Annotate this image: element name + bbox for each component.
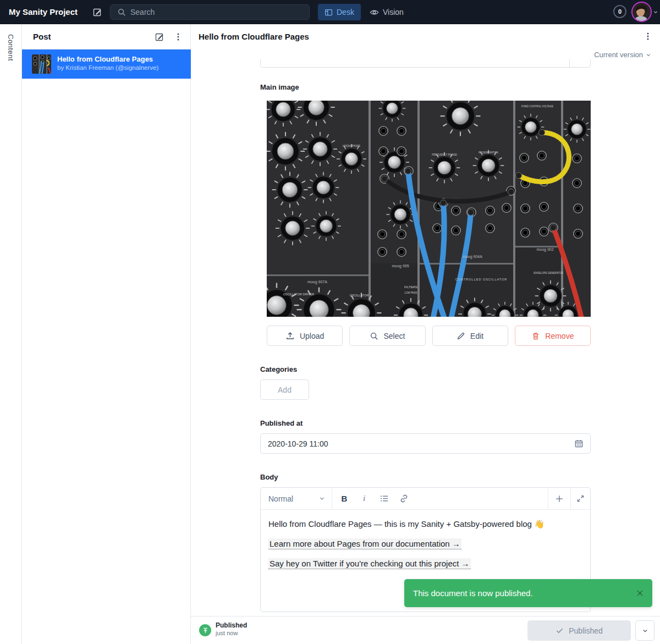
tab-vision-label: Vision: [383, 8, 404, 16]
svg-text:moog 995: moog 995: [392, 264, 409, 268]
sanity-studio: My Sanity Project Desk: [0, 0, 660, 644]
link-button[interactable]: [395, 490, 413, 508]
expand-icon: [576, 494, 585, 503]
publish-status-label: Published: [216, 621, 247, 629]
svg-text:REGENERATION: REGENERATION: [479, 151, 498, 154]
publish-button[interactable]: Published: [527, 620, 631, 641]
body-paragraph: Hello from Cloudflare Pages — this is my…: [268, 518, 582, 530]
trash-icon: [531, 332, 540, 340]
body-label: Body: [260, 473, 278, 481]
search-input[interactable]: [130, 8, 290, 16]
check-icon: [556, 626, 564, 635]
body-text-area[interactable]: Hello from Cloudflare Pages — this is my…: [261, 510, 590, 586]
search-icon: [370, 332, 378, 340]
chevron-down-icon: [642, 628, 648, 634]
bullet-list-icon: [380, 494, 389, 503]
post-list-item[interactable]: Hello from Cloudflare Pages by Kristian …: [22, 49, 191, 79]
global-search: [110, 4, 310, 20]
publish-menu-button[interactable]: [635, 620, 654, 641]
upload-icon: [285, 331, 295, 340]
main-image[interactable]: HIGH PASS moog 907A moog 995 moog 904A m…: [267, 101, 591, 317]
panel-menu-button[interactable]: [170, 29, 186, 45]
pencil-icon: [457, 332, 465, 340]
new-document-button[interactable]: [90, 4, 105, 20]
bullet-list-button[interactable]: [375, 490, 393, 508]
publish-button-label: Published: [569, 626, 603, 635]
post-list-panel: Post: [22, 24, 191, 644]
svg-text:moog 904A: moog 904A: [463, 255, 482, 259]
post-list-header: Post: [22, 24, 190, 49]
tab-vision[interactable]: Vision: [364, 4, 409, 20]
remove-label: Remove: [545, 332, 574, 340]
insert-button[interactable]: [548, 488, 570, 509]
chevron-down-icon: [319, 496, 325, 502]
published-at-input[interactable]: [268, 439, 574, 448]
edit-button[interactable]: Edit: [432, 326, 508, 346]
add-category-button[interactable]: Add: [260, 379, 309, 400]
svg-text:OSCILLATOR DRIVER: OSCILLATOR DRIVER: [283, 293, 315, 296]
calendar-icon[interactable]: [574, 439, 584, 448]
document-footer: Published just now Published: [191, 616, 660, 644]
chevron-down-icon[interactable]: [653, 9, 658, 15]
compose-icon: [92, 7, 102, 17]
svg-text:CONTROLLED OSCILLATOR: CONTROLLED OSCILLATOR: [455, 278, 507, 281]
main-image-label: Main image: [260, 83, 299, 91]
svg-text:moog 902: moog 902: [536, 247, 553, 252]
svg-text:FIXED CONTROL VOLTAGE: FIXED CONTROL VOLTAGE: [521, 105, 553, 108]
svg-text:LOW PASS: LOW PASS: [404, 291, 417, 294]
plus-icon: [555, 494, 564, 503]
categories-label: Categories: [260, 365, 297, 373]
slug-field-cutoff[interactable]: [260, 59, 591, 68]
panel-title: Post: [33, 32, 51, 41]
post-thumbnail: [32, 54, 51, 74]
svg-text:moog 907A: moog 907A: [307, 280, 327, 284]
version-selector[interactable]: Current version: [594, 51, 651, 59]
create-post-button[interactable]: [152, 29, 167, 45]
italic-button[interactable]: i: [355, 490, 373, 508]
toast-message: This document is now published.: [413, 588, 635, 598]
publish-status-icon: [199, 624, 211, 636]
close-icon[interactable]: [635, 588, 645, 598]
upload-label: Upload: [300, 332, 324, 340]
svg-text:FREQUENCY RANGE: FREQUENCY RANGE: [432, 153, 457, 156]
tab-desk[interactable]: Desk: [318, 4, 361, 20]
document-menu-button[interactable]: [640, 29, 656, 44]
svg-text:ENVELOPE GENERATOR: ENVELOPE GENERATOR: [534, 272, 563, 274]
remove-button[interactable]: Remove: [515, 326, 591, 346]
post-item-subtitle: by Kristian Freeman (@signalnerve): [57, 64, 158, 71]
desk-icon: [324, 8, 333, 16]
kebab-icon: [644, 32, 652, 41]
content-strip-label[interactable]: Content: [7, 34, 15, 61]
project-title: My Sanity Project: [9, 7, 78, 16]
bold-button[interactable]: B: [336, 490, 353, 508]
published-toast: This document is now published.: [404, 579, 652, 607]
body-link-twitter[interactable]: Say hey on Twitter if you're checking ou…: [268, 558, 471, 569]
tab-desk-label: Desk: [337, 8, 354, 16]
post-item-title: Hello from Cloudflare Pages: [57, 55, 153, 63]
upload-button[interactable]: Upload: [267, 326, 343, 346]
chevron-down-icon: [646, 52, 651, 58]
editor-toolbar: Normal B i: [261, 488, 590, 510]
link-icon: [399, 494, 409, 503]
top-navbar: My Sanity Project Desk: [0, 0, 660, 24]
body-link-documentation[interactable]: Learn more about Pages from our document…: [268, 538, 461, 549]
format-buttons: B i: [332, 488, 548, 509]
avatar[interactable]: [631, 2, 652, 22]
document-editor-panel: Hello from Cloudflare Pages Current vers…: [191, 24, 660, 644]
published-at-field: [260, 433, 591, 454]
presence-badge[interactable]: 0: [613, 5, 626, 18]
svg-text:OSCILLATOR: OSCILLATOR: [350, 294, 369, 297]
style-select[interactable]: Normal: [261, 488, 332, 509]
svg-text:HIGH PASS: HIGH PASS: [343, 144, 360, 147]
kebab-icon: [174, 32, 183, 41]
published-at-label: Published at: [260, 419, 302, 427]
select-label: Select: [383, 332, 405, 340]
image-actions: Upload Select Edit: [267, 326, 591, 346]
style-select-value: Normal: [268, 494, 293, 503]
version-label: Current version: [594, 51, 643, 59]
select-button[interactable]: Select: [349, 326, 425, 346]
svg-text:FILTERS: FILTERS: [404, 285, 417, 289]
fullscreen-button[interactable]: [570, 488, 590, 509]
eye-icon: [370, 8, 379, 17]
search-icon: [111, 8, 130, 16]
